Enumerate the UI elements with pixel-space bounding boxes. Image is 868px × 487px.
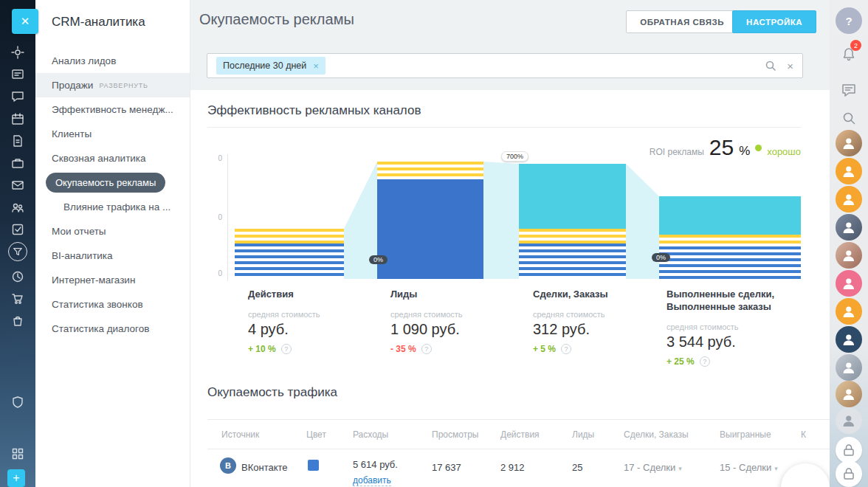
widgets-grid-icon[interactable] xyxy=(11,447,24,460)
sidebar-item-bi-analytics[interactable]: BI-аналитика xyxy=(35,244,190,268)
documents-icon[interactable] xyxy=(11,134,24,148)
left-app-rail: ✕ + xyxy=(0,0,35,487)
conversion-badge-0a: 0% xyxy=(369,255,388,264)
cell-deals[interactable]: 17 - Сделки▾ xyxy=(624,462,682,473)
avg-cost-label: средняя стоимость xyxy=(533,310,670,319)
traffic-table: Источник Цвет Расходы Просмотры Действия… xyxy=(207,413,830,487)
sidebar-item-my-reports[interactable]: Мои отчеты xyxy=(35,219,190,244)
tasks-icon[interactable] xyxy=(11,223,24,236)
tag-remove-icon[interactable]: × xyxy=(313,61,319,72)
sidebar-item-call-statistics[interactable]: Статистика звонков xyxy=(35,292,190,317)
filter-search-bar[interactable]: Последние 30 дней × × xyxy=(207,53,803,78)
crm-icon[interactable] xyxy=(11,201,24,214)
add-expenses-link[interactable]: добавить xyxy=(353,475,391,486)
right-communication-rail: ? 2 xyxy=(830,0,868,487)
cell-source: ВКонтакте xyxy=(241,462,288,473)
help-question-icon[interactable]: ? xyxy=(700,356,710,367)
plus-icon: + xyxy=(13,472,19,485)
add-button[interactable]: + xyxy=(7,469,25,487)
expand-label[interactable]: РАЗВЕРНУТЬ xyxy=(99,82,148,89)
col-header-leads[interactable]: Лиды xyxy=(572,429,594,440)
avatar[interactable] xyxy=(836,130,862,156)
settings-button[interactable]: НАСТРОЙКА xyxy=(732,10,816,33)
avatar[interactable] xyxy=(836,186,862,213)
col-header-won[interactable]: Выигранные xyxy=(720,429,771,440)
sidebar-item-sales[interactable]: ПродажиРАЗВЕРНУТЬ xyxy=(35,73,190,97)
sidebar-item-dialog-statistics[interactable]: Статистика диалогов xyxy=(35,317,190,341)
messenger-icon[interactable] xyxy=(11,90,24,103)
avatar[interactable] xyxy=(836,270,862,297)
stage-name: Выполненные сделки, Выполненные заказы xyxy=(666,288,804,313)
sidebar-item-end-to-end-analytics[interactable]: Сквозная аналитика xyxy=(35,146,190,170)
cell-expenses: 5 614 руб. xyxy=(353,459,398,470)
search-panel-icon[interactable] xyxy=(836,105,862,131)
color-swatch[interactable] xyxy=(308,460,319,471)
avatar[interactable] xyxy=(836,407,862,434)
bar-deals-blue xyxy=(519,244,626,279)
mail-icon[interactable] xyxy=(11,179,24,192)
col-header-deals[interactable]: Сделки, Заказы xyxy=(624,429,689,440)
section-divider xyxy=(207,127,801,128)
vk-source-icon: B xyxy=(220,457,236,474)
time-icon[interactable] xyxy=(11,270,24,283)
lock-icon[interactable] xyxy=(836,437,862,463)
funnel-chart: 0 0 0 700% 0% 0% xyxy=(207,151,818,281)
sidebar-item-online-store[interactable]: Интернет-магазин xyxy=(35,268,190,292)
lock-icon[interactable] xyxy=(836,460,862,487)
avg-cost-label: средняя стоимость xyxy=(666,322,804,331)
col-header-expenses[interactable]: Расходы xyxy=(353,429,388,440)
col-header-source[interactable]: Источник xyxy=(221,429,259,440)
close-menu-button[interactable]: ✕ xyxy=(12,9,38,34)
avatar[interactable] xyxy=(836,381,862,407)
filter-tag-last-30-days[interactable]: Последние 30 дней × xyxy=(216,57,326,75)
news-icon[interactable] xyxy=(11,68,24,81)
sidebar-title: CRM-аналитика xyxy=(35,15,190,30)
cell-actions: 2 912 xyxy=(500,462,525,473)
calendar-icon[interactable] xyxy=(11,112,24,125)
analytics-funnel-icon[interactable] xyxy=(8,242,27,261)
bar-won-yellow xyxy=(659,235,801,246)
filter-clear-icon[interactable]: × xyxy=(787,60,793,72)
sidebar-item-clients[interactable]: Клиенты xyxy=(35,122,190,146)
feedback-button[interactable]: ОБРАТНАЯ СВЯЗЬ xyxy=(626,10,738,33)
conversion-badge-0b: 0% xyxy=(652,253,670,262)
avatar[interactable] xyxy=(836,214,862,241)
avatar[interactable] xyxy=(836,242,862,269)
drive-icon[interactable] xyxy=(11,156,24,170)
sidebar-item-manager-efficiency[interactable]: Эффективность менедж... xyxy=(35,97,190,122)
cell-views: 17 637 xyxy=(432,462,461,473)
col-header-views[interactable]: Просмотры xyxy=(432,429,478,440)
avg-cost-value: 312 руб. xyxy=(533,321,670,338)
sidebar-item-ad-payback[interactable]: Окупаемость рекламы xyxy=(35,170,190,195)
sidebar-item-lead-analysis[interactable]: Анализ лидов xyxy=(35,49,190,73)
col-header-cut[interactable]: К xyxy=(801,429,806,440)
col-header-color[interactable]: Цвет xyxy=(306,429,326,440)
security-shield-icon[interactable] xyxy=(11,396,24,409)
help-question-icon[interactable]: ? xyxy=(281,344,292,354)
help-question-icon[interactable]: ? xyxy=(421,344,432,354)
avatar[interactable] xyxy=(836,326,862,353)
main-content: Окупаемость рекламы ОБРАТНАЯ СВЯЗЬ НАСТР… xyxy=(190,0,830,487)
help-question-icon[interactable]: ? xyxy=(561,344,571,354)
market-bag-icon[interactable] xyxy=(11,314,24,328)
table-rule xyxy=(207,419,830,420)
avg-cost-value: 3 544 руб. xyxy=(666,334,804,350)
delta-value: - 35 % xyxy=(390,344,416,354)
roi-status-dot xyxy=(755,145,762,151)
cell-won[interactable]: 15 - Сделки▾ xyxy=(720,462,778,473)
shop-cart-icon[interactable] xyxy=(11,292,24,305)
crm-analytics-app: ✕ + CRM-аналитика Анализ лидов ПродажиРА… xyxy=(0,0,868,487)
avatar[interactable] xyxy=(836,298,862,325)
sidebar-item-traffic-influence[interactable]: Влияние трафика на ... xyxy=(35,195,190,219)
bar-leads-blue xyxy=(377,179,483,279)
search-icon[interactable] xyxy=(765,60,776,72)
avatar[interactable] xyxy=(836,158,862,184)
col-header-actions[interactable]: Действия xyxy=(500,429,540,440)
help-button[interactable]: ? xyxy=(836,7,862,34)
channels-section-title: Эффективность рекламных каналов xyxy=(207,103,421,118)
live-feed-icon[interactable] xyxy=(11,46,24,59)
avatar[interactable] xyxy=(836,354,862,381)
chat-panel-icon[interactable] xyxy=(836,77,862,103)
stage-leads: Лиды средняя стоимость 1 090 руб. - 35 %… xyxy=(390,288,528,354)
stage-name: Сделки, Заказы xyxy=(533,288,670,300)
